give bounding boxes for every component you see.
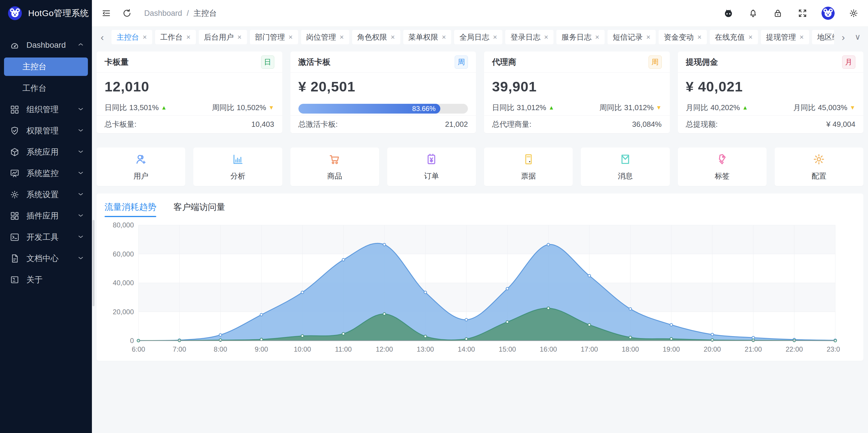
close-icon[interactable]: ✕ bbox=[186, 34, 191, 40]
tab-chip-menu-perms[interactable]: 菜单权限✕ bbox=[403, 30, 452, 44]
stat-card-agents: 代理商 周 39,901 日同比31,012%▲ 周同比31,012%▼ 总代理… bbox=[484, 52, 670, 133]
close-icon[interactable]: ✕ bbox=[697, 34, 702, 40]
svg-text:80,000: 80,000 bbox=[113, 221, 134, 229]
sidebar-item-dashboard[interactable]: Dashboard bbox=[0, 34, 92, 56]
gear-icon bbox=[10, 190, 20, 200]
tab-chip-login-log[interactable]: 登录日志✕ bbox=[505, 30, 554, 44]
close-icon[interactable]: ✕ bbox=[288, 34, 293, 40]
stat-sub-right: 月同比45,003%▼ bbox=[793, 103, 855, 113]
close-icon[interactable]: ✕ bbox=[237, 34, 242, 40]
user-avatar[interactable] bbox=[822, 7, 835, 20]
breadcrumb-current: 主控台 bbox=[194, 8, 217, 19]
close-icon[interactable]: ✕ bbox=[442, 34, 446, 40]
sidebar-item-permission[interactable]: 权限管理 bbox=[0, 120, 92, 141]
sidebar-item-main-console[interactable]: 主控台 bbox=[4, 58, 88, 76]
shortcut-users[interactable]: 用户 bbox=[96, 147, 185, 186]
about-icon bbox=[10, 275, 20, 285]
svg-text:21:00: 21:00 bbox=[745, 345, 762, 353]
close-icon[interactable]: ✕ bbox=[646, 34, 651, 40]
stat-footer-label: 总激活卡板: bbox=[299, 119, 338, 129]
trend-up-icon: ▲ bbox=[742, 104, 748, 111]
tabs-dropdown-icon[interactable]: ∨ bbox=[852, 33, 863, 41]
close-icon[interactable]: ✕ bbox=[595, 34, 599, 40]
trend-up-icon: ▲ bbox=[549, 104, 554, 111]
content-scrollbar[interactable] bbox=[92, 220, 94, 306]
chart-area: 020,00040,00060,00080,0006:007:008:009:0… bbox=[104, 221, 855, 356]
close-icon[interactable]: ✕ bbox=[544, 34, 548, 40]
sidebar-item-org[interactable]: 组织管理 bbox=[0, 99, 92, 120]
monitor-chart-icon bbox=[10, 169, 20, 178]
tab-chip-main-console[interactable]: 主控台✕ bbox=[112, 30, 152, 44]
period-badge-week[interactable]: 周 bbox=[649, 56, 662, 69]
sidebar-item-about[interactable]: 关于 bbox=[0, 269, 92, 290]
shortcut-receipts[interactable]: 票据 bbox=[484, 147, 573, 186]
notification-bell-icon[interactable] bbox=[747, 7, 759, 19]
shortcut-analytics[interactable]: 分析 bbox=[193, 147, 282, 186]
progress-label: 83.66% bbox=[412, 105, 435, 113]
svg-text:16:00: 16:00 bbox=[540, 345, 557, 353]
sidebar-item-system-app[interactable]: 系统应用 bbox=[0, 141, 92, 163]
tab-chip-positions[interactable]: 岗位管理✕ bbox=[301, 30, 349, 44]
period-badge-month[interactable]: 月 bbox=[842, 56, 855, 69]
close-icon[interactable]: ✕ bbox=[143, 34, 147, 40]
sidebar-item-docs[interactable]: 文档中心 bbox=[0, 248, 92, 269]
svg-text:15:00: 15:00 bbox=[499, 345, 516, 353]
tab-client-visits[interactable]: 客户端访问量 bbox=[174, 201, 225, 217]
fullscreen-icon[interactable] bbox=[797, 7, 808, 19]
tabs-scroll-left-icon[interactable]: ‹ bbox=[97, 32, 107, 42]
github-icon[interactable] bbox=[723, 7, 734, 19]
svg-text:9:00: 9:00 bbox=[255, 345, 268, 353]
app-logo[interactable]: HotGo管理系统 bbox=[0, 0, 92, 26]
sidebar-item-system-monitor[interactable]: 系统监控 bbox=[0, 163, 92, 184]
tabs-scroll-right-icon[interactable]: › bbox=[838, 32, 848, 42]
header-actions bbox=[723, 7, 859, 20]
menu-fold-icon[interactable] bbox=[100, 7, 112, 19]
period-badge-week[interactable]: 周 bbox=[455, 56, 468, 69]
shortcut-orders[interactable]: 订单 bbox=[387, 147, 476, 186]
close-icon[interactable]: ✕ bbox=[799, 34, 804, 40]
close-icon[interactable]: ✕ bbox=[391, 34, 395, 40]
tab-chip-sms-records[interactable]: 短信记录✕ bbox=[608, 30, 656, 44]
close-icon[interactable]: ✕ bbox=[493, 34, 497, 40]
stat-footer-value: 21,002 bbox=[445, 120, 468, 129]
tab-chip-fund-changes[interactable]: 资金变动✕ bbox=[659, 30, 707, 44]
stat-value: ¥ 20,501 bbox=[299, 79, 468, 95]
tab-chip-admin-users[interactable]: 后台用户✕ bbox=[199, 30, 247, 44]
stat-footer-label: 总卡板量: bbox=[104, 119, 136, 129]
close-icon[interactable]: ✕ bbox=[748, 34, 753, 40]
tab-chip-departments[interactable]: 部门管理✕ bbox=[250, 30, 298, 44]
sidebar-item-plugins[interactable]: 插件应用 bbox=[0, 205, 92, 227]
period-badge-day[interactable]: 日 bbox=[261, 56, 274, 69]
tag-icon bbox=[715, 153, 729, 167]
breadcrumb-parent[interactable]: Dashboard bbox=[144, 9, 182, 18]
shortcut-tags[interactable]: 标签 bbox=[678, 147, 767, 186]
refresh-icon[interactable] bbox=[121, 7, 133, 19]
settings-gear-icon[interactable] bbox=[848, 7, 859, 19]
stat-footer-label: 总代理商量: bbox=[492, 119, 531, 129]
trend-down-icon: ▼ bbox=[849, 104, 855, 111]
stat-footer-label: 总提现额: bbox=[686, 119, 718, 129]
sidebar-item-system-settings[interactable]: 系统设置 bbox=[0, 184, 92, 205]
stat-card-activated: 激活卡板 周 ¥ 20,501 83.66% 总激活卡板: 21,002 bbox=[290, 52, 476, 133]
chevron-down-icon bbox=[77, 254, 85, 263]
stat-footer-value: ¥ 49,004 bbox=[826, 120, 855, 129]
shortcut-config[interactable]: 配置 bbox=[775, 147, 863, 186]
tab-chip-online-recharge[interactable]: 在线充值✕ bbox=[710, 30, 758, 44]
tab-chip-region-codes[interactable]: 地区编码✕ bbox=[812, 30, 834, 44]
lock-icon[interactable] bbox=[772, 7, 783, 19]
stat-sub-left: 日同比13,501%▲ bbox=[104, 103, 166, 113]
close-icon[interactable]: ✕ bbox=[340, 34, 344, 40]
koala-logo-icon bbox=[8, 6, 22, 20]
sidebar-item-workbench[interactable]: 工作台 bbox=[0, 78, 92, 99]
tab-chip-role-perms[interactable]: 角色权限✕ bbox=[352, 30, 400, 44]
tab-traffic-trend[interactable]: 流量消耗趋势 bbox=[104, 201, 156, 217]
tab-chip-service-log[interactable]: 服务日志✕ bbox=[556, 30, 604, 44]
tab-chip-global-log[interactable]: 全局日志✕ bbox=[454, 30, 502, 44]
sidebar-item-dev-tools[interactable]: 开发工具 bbox=[0, 227, 92, 248]
shortcut-products[interactable]: 商品 bbox=[290, 147, 379, 186]
tab-chip-workbench[interactable]: 工作台✕ bbox=[155, 30, 196, 44]
main-area: Dashboard / 主控台 bbox=[92, 0, 868, 433]
bar-chart-icon bbox=[231, 153, 244, 167]
tab-chip-withdrawal-mgmt[interactable]: 提现管理✕ bbox=[761, 30, 809, 44]
shortcut-messages[interactable]: 消息 bbox=[581, 147, 670, 186]
